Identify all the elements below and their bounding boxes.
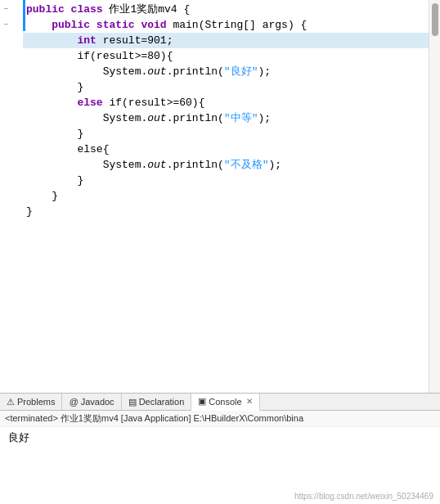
keyword: public: [26, 2, 71, 17]
code-line: if(result>=80){: [23, 48, 429, 64]
tab-bar: ⚠ Problems @ Javadoc ▤ Declaration ▣ Con…: [0, 393, 440, 411]
indent: [26, 17, 52, 33]
code-text: System.: [103, 110, 148, 126]
code-text: );: [258, 64, 271, 79]
code-text: }: [77, 126, 83, 142]
code-text: }: [52, 188, 58, 204]
code-lines: public class 作业1奖励mv4 { public static vo…: [23, 0, 429, 393]
code-line: System.out.println("不及格");: [23, 157, 429, 173]
console-icon: ▣: [198, 396, 206, 407]
code-text: );: [258, 110, 271, 126]
code-text: main(String[] args) {: [173, 17, 307, 33]
console-output-area: 良好 https://blog.csdn.net/weixin_50234469: [0, 427, 440, 504]
keyword: int: [77, 33, 102, 48]
keyword: class: [71, 2, 110, 17]
code-text: }: [77, 79, 83, 95]
string-literal: "不及格": [224, 157, 269, 173]
indent: [26, 48, 77, 64]
code-text: .println(: [167, 157, 224, 173]
code-text: }: [26, 204, 33, 219]
tab-problems-label: Problems: [17, 397, 55, 407]
keyword: else: [77, 95, 109, 110]
indent: [26, 142, 77, 157]
code-text: if(result>=60){: [109, 95, 204, 110]
code-text: if(result>=80){: [77, 48, 173, 64]
indent: [26, 110, 103, 126]
code-text: out: [147, 157, 166, 173]
indent: [26, 95, 77, 110]
declaration-icon: ▤: [128, 397, 137, 407]
code-editor: − − public class 作业1奖励mv4 {: [0, 0, 440, 393]
code-line: else if(result>=60){: [23, 95, 429, 110]
code-line: public class 作业1奖励mv4 {: [23, 2, 429, 17]
left-margin-indicator: [23, 0, 25, 31]
indent: [26, 33, 77, 48]
javadoc-icon: @: [69, 397, 78, 407]
collapse-arrow-2[interactable]: −: [0, 17, 11, 33]
keyword: static: [97, 17, 141, 33]
code-text: }: [77, 173, 83, 188]
code-text: out: [147, 110, 166, 126]
keyword: void: [141, 17, 173, 33]
tab-declaration[interactable]: ▤ Declaration: [122, 394, 192, 410]
indent: [26, 64, 103, 79]
code-line: int result=901;: [23, 33, 429, 48]
console-header-text: <terminated> 作业1奖励mv4 [Java Application]…: [5, 413, 303, 423]
indent: [26, 157, 103, 173]
string-literal: "中等": [224, 110, 258, 126]
console-output: 良好: [5, 429, 435, 447]
code-text: 作业1奖励mv4 {: [109, 2, 190, 17]
code-line: else{: [23, 142, 429, 157]
vscroll-thumb[interactable]: [432, 3, 438, 36]
code-line: System.out.println("良好");: [23, 64, 429, 79]
code-text: .println(: [167, 110, 224, 126]
indent: [26, 188, 52, 204]
code-text: System.: [103, 157, 148, 173]
indent: [26, 173, 77, 188]
tab-declaration-label: Declaration: [139, 397, 185, 407]
tab-close-icon[interactable]: ✕: [246, 397, 253, 406]
collapse-arrow-1[interactable]: −: [0, 2, 11, 17]
indent: [26, 79, 77, 95]
tab-javadoc[interactable]: @ Javadoc: [62, 394, 121, 410]
string-literal: "良好": [224, 64, 258, 79]
tab-console-label: Console: [209, 397, 241, 407]
keyword: public: [52, 17, 97, 33]
problems-icon: ⚠: [7, 397, 15, 407]
code-text: .println(: [167, 64, 224, 79]
indent: [26, 126, 77, 142]
line-gutter: − −: [0, 0, 23, 393]
code-line: }: [23, 188, 429, 204]
code-line: }: [23, 204, 429, 219]
tab-javadoc-label: Javadoc: [81, 397, 114, 407]
tab-problems[interactable]: ⚠ Problems: [0, 394, 62, 410]
tab-console[interactable]: ▣ Console ✕: [191, 394, 259, 411]
code-line: public static void main(String[] args) {: [23, 17, 429, 33]
console-output-text: 良好: [8, 432, 29, 444]
vertical-scrollbar[interactable]: [429, 0, 440, 393]
code-line: }: [23, 126, 429, 142]
code-text: else{: [77, 142, 109, 157]
console-header: <terminated> 作业1奖励mv4 [Java Application]…: [0, 411, 440, 427]
bottom-panel: ⚠ Problems @ Javadoc ▤ Declaration ▣ Con…: [0, 393, 440, 504]
watermark: https://blog.csdn.net/weixin_50234469: [294, 492, 433, 501]
code-line: System.out.println("中等");: [23, 110, 429, 126]
code-line: }: [23, 79, 429, 95]
code-text: );: [268, 157, 281, 173]
code-text: System.: [103, 64, 148, 79]
code-line: }: [23, 173, 429, 188]
code-text: out: [147, 64, 166, 79]
code-text: result=901;: [103, 33, 173, 48]
